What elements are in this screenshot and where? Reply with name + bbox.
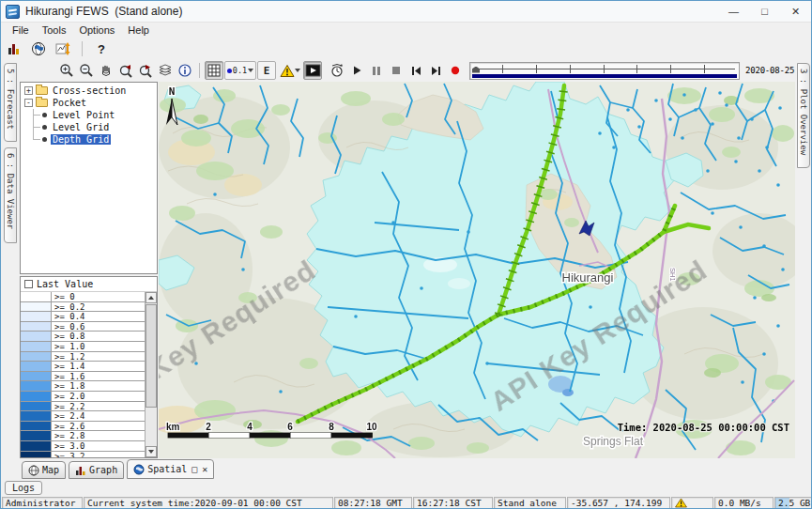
legend-swatch: [21, 402, 52, 411]
time-slider-range-bar: [472, 74, 737, 78]
tree-connector: [29, 121, 41, 133]
help-button[interactable]: ?: [92, 39, 111, 58]
legend-row[interactable]: >= 2.2: [21, 402, 145, 412]
tab-forecast[interactable]: 5 : Forecast: [4, 63, 17, 142]
panel-maximize-icon[interactable]: □: [192, 464, 197, 474]
scroll-up-button[interactable]: [146, 292, 157, 303]
legend-row[interactable]: >= 0: [21, 292, 145, 302]
maximize-button[interactable]: □: [749, 1, 780, 22]
timeseries-display-icon[interactable]: [54, 39, 72, 58]
legend-row[interactable]: >= 3.2: [21, 452, 145, 458]
play-button[interactable]: [347, 61, 366, 80]
legend-row[interactable]: >= 1.0: [21, 342, 145, 352]
scroll-down-button[interactable]: [146, 446, 157, 457]
pause-button[interactable]: [367, 61, 386, 80]
grid-display-icon[interactable]: [205, 61, 223, 80]
warning-thresholds-dropdown[interactable]: [277, 61, 302, 80]
animation-timer-icon[interactable]: [328, 61, 346, 80]
tree-node-level-grid[interactable]: Level Grid: [23, 121, 157, 133]
legend-row[interactable]: >= 3.0: [21, 441, 145, 452]
tab-logs[interactable]: Logs: [5, 481, 42, 495]
menubar: File Tools Options Help: [1, 23, 811, 39]
svg-text:km: km: [166, 422, 180, 432]
legend-swatch: [21, 322, 52, 332]
zoom-next-icon[interactable]: [136, 61, 155, 80]
layer-bullet-icon: [42, 137, 47, 142]
tree-node-cross-section[interactable]: + Cross-section: [23, 85, 157, 97]
interval-dot-icon: [227, 69, 232, 73]
minimize-button[interactable]: —: [718, 1, 749, 22]
legend-row[interactable]: >= 1.8: [21, 381, 145, 392]
legend-swatch: [21, 422, 52, 431]
legend-row[interactable]: >= 0.8: [21, 332, 145, 342]
zoom-in-icon[interactable]: [57, 61, 76, 80]
layers-tree: + Cross-section - Pocket Level Point: [20, 82, 158, 274]
legend-swatch: [21, 312, 52, 321]
left-shortcut-strip: 5 : Forecast 6 : Data Viewer: [1, 61, 19, 458]
status-network: 0.0 MB/s: [714, 497, 774, 509]
menu-help[interactable]: Help: [121, 23, 156, 39]
skip-to-end-button[interactable]: [426, 61, 445, 80]
tab-data-viewer[interactable]: 6 : Data Viewer: [4, 147, 17, 243]
statistics-icon[interactable]: [5, 39, 23, 58]
pan-hand-icon[interactable]: [97, 61, 115, 80]
legend-row[interactable]: >= 0.4: [21, 312, 145, 322]
status-memory: 2.5 GB: [774, 497, 812, 509]
layer-bullet-icon: [42, 113, 47, 117]
svg-text:2: 2: [206, 422, 211, 432]
expander-icon[interactable]: +: [24, 86, 33, 95]
zoom-out-icon[interactable]: [77, 61, 96, 80]
legend-row[interactable]: >= 0.2: [21, 302, 145, 313]
tab-plot-overview[interactable]: 3 : Plot Overview: [797, 63, 810, 168]
legend-row[interactable]: >= 2.4: [21, 411, 145, 422]
tab-spatial[interactable]: Spatial □ ✕: [127, 459, 214, 479]
svg-text:4: 4: [247, 422, 253, 432]
layers-icon[interactable]: [156, 61, 175, 80]
legend-scrollbar[interactable]: [145, 292, 157, 457]
time-slider[interactable]: [469, 62, 740, 80]
menu-file[interactable]: File: [6, 23, 36, 39]
zoom-previous-icon[interactable]: [116, 61, 135, 80]
left-panel: + Cross-section - Pocket Level Point: [19, 82, 159, 458]
legend-row[interactable]: >= 0.6: [21, 322, 145, 332]
map-time-label: Time: 2020-08-25 00:00:00 CST: [618, 422, 789, 433]
class-interval-dropdown[interactable]: 0.1: [224, 61, 256, 80]
main-area: 5 : Forecast 6 : Data Viewer + Cross-sec…: [1, 82, 812, 458]
status-warning-cell[interactable]: [671, 497, 713, 509]
status-coordinates: -35.657 , 174.199: [567, 497, 670, 509]
legend-row[interactable]: >= 1.4: [21, 362, 145, 372]
last-value-checkbox[interactable]: [24, 280, 33, 288]
menu-tools[interactable]: Tools: [36, 23, 73, 39]
folder-icon: [36, 86, 48, 95]
legend-row[interactable]: >= 2.6: [21, 422, 145, 432]
movie-player-button[interactable]: [303, 61, 322, 80]
legend-row[interactable]: >= 2.0: [21, 392, 145, 402]
legend-swatch: [21, 302, 52, 312]
expander-icon[interactable]: -: [24, 99, 33, 107]
legend-row[interactable]: >= 1.6: [21, 372, 145, 382]
map-canvas[interactable]: API Key Required API Key Required Hikura…: [159, 82, 795, 458]
menu-options[interactable]: Options: [72, 23, 121, 39]
record-button[interactable]: [446, 61, 465, 80]
svg-text:6: 6: [287, 422, 293, 432]
skip-to-start-button[interactable]: [406, 61, 425, 80]
tree-node-level-point[interactable]: Level Point: [23, 109, 157, 121]
elevation-labels-button[interactable]: E: [257, 61, 276, 80]
tree-node-depth-grid[interactable]: Depth Grid: [23, 133, 157, 146]
tab-map[interactable]: Map: [22, 461, 66, 479]
legend-row[interactable]: >= 2.8: [21, 431, 145, 441]
scroll-thumb[interactable]: [146, 304, 157, 408]
info-icon[interactable]: [176, 61, 194, 80]
panel-close-icon[interactable]: ✕: [202, 464, 207, 474]
legend-row[interactable]: >= 1.2: [21, 352, 145, 362]
svg-text:10: 10: [366, 422, 377, 432]
dropdown-caret-icon: [248, 69, 253, 72]
tree-node-pocket[interactable]: - Pocket: [23, 97, 157, 109]
status-mode: Stand alone: [494, 497, 566, 509]
tab-graph[interactable]: Graph: [69, 461, 124, 479]
main-toolbar: ?: [1, 39, 811, 59]
stop-button[interactable]: [387, 61, 406, 80]
close-button[interactable]: ✕: [780, 1, 811, 22]
legend-swatch: [21, 392, 52, 401]
globe-icon[interactable]: [29, 39, 48, 58]
